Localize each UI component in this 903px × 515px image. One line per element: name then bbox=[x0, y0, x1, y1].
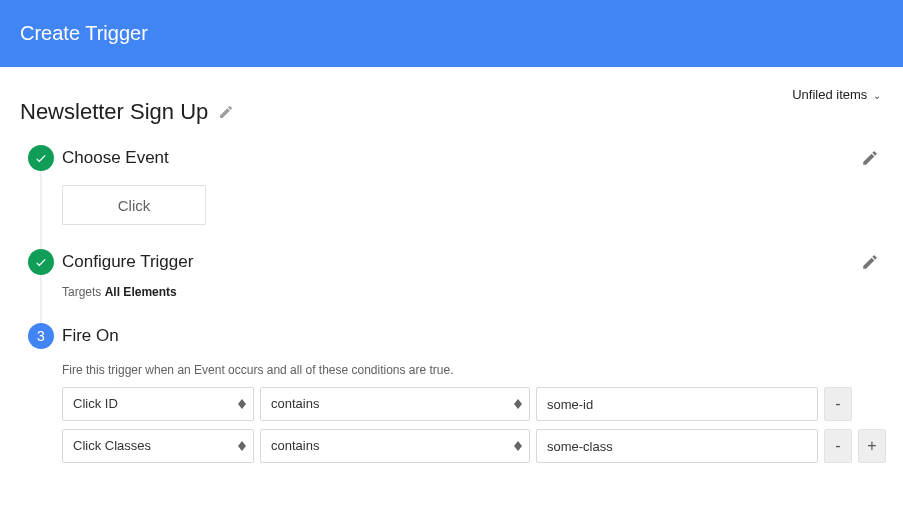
condition-row: Click Classes contains bbox=[62, 429, 886, 463]
step-badge-current: 3 bbox=[28, 323, 54, 349]
condition-variable-value: Click Classes bbox=[62, 429, 254, 463]
event-type-label: Click bbox=[118, 197, 151, 214]
step-choose-event: Choose Event Click bbox=[20, 145, 883, 249]
remove-condition-button[interactable]: - bbox=[824, 387, 852, 421]
step-badge-complete bbox=[28, 249, 54, 275]
content-area: Unfiled items ⌄ Newsletter Sign Up Choos… bbox=[0, 67, 903, 515]
targets-summary: Targets All Elements bbox=[62, 285, 883, 299]
chevron-down-icon: ⌄ bbox=[873, 90, 881, 101]
step-body: Choose Event Click bbox=[62, 145, 883, 249]
edit-step-icon[interactable] bbox=[861, 149, 879, 167]
fire-on-description: Fire this trigger when an Event occurs a… bbox=[62, 363, 886, 377]
header-title: Create Trigger bbox=[20, 22, 148, 44]
page-title-row: Newsletter Sign Up bbox=[20, 99, 883, 125]
step-badge-complete bbox=[28, 145, 54, 171]
condition-variable-select[interactable]: Click Classes bbox=[62, 429, 254, 463]
step-head: Choose Event bbox=[62, 145, 883, 171]
condition-operator-select[interactable]: contains bbox=[260, 429, 530, 463]
step-rail bbox=[20, 145, 62, 249]
step-title: Fire On bbox=[62, 326, 119, 346]
step-rail bbox=[20, 249, 62, 323]
condition-variable-value: Click ID bbox=[62, 387, 254, 421]
condition-operator-value: contains bbox=[260, 429, 530, 463]
check-icon bbox=[34, 255, 48, 269]
step-title: Choose Event bbox=[62, 148, 169, 168]
condition-operator-value: contains bbox=[260, 387, 530, 421]
edit-step-icon[interactable] bbox=[861, 253, 879, 271]
condition-value-input[interactable] bbox=[536, 429, 818, 463]
page-title: Newsletter Sign Up bbox=[20, 99, 208, 125]
step-number: 3 bbox=[37, 328, 45, 344]
steps: Choose Event Click Configure Trigger bbox=[20, 145, 883, 495]
targets-prefix: Targets bbox=[62, 285, 101, 299]
event-type-selector[interactable]: Click bbox=[62, 185, 206, 225]
condition-variable-select[interactable]: Click ID bbox=[62, 387, 254, 421]
app-header: Create Trigger bbox=[0, 0, 903, 67]
targets-value: All Elements bbox=[105, 285, 177, 299]
step-fire-on: 3 Fire On Fire this trigger when an Even… bbox=[20, 323, 883, 495]
condition-row: Click ID contains - bbox=[62, 387, 886, 421]
add-condition-button[interactable]: + bbox=[858, 429, 886, 463]
condition-operator-select[interactable]: contains bbox=[260, 387, 530, 421]
check-icon bbox=[34, 151, 48, 165]
step-rail: 3 bbox=[20, 323, 62, 495]
folder-filter[interactable]: Unfiled items ⌄ bbox=[792, 87, 881, 102]
step-configure-trigger: Configure Trigger Targets All Elements bbox=[20, 249, 883, 323]
step-title: Configure Trigger bbox=[62, 252, 193, 272]
folder-filter-label: Unfiled items bbox=[792, 87, 867, 102]
step-head: Configure Trigger bbox=[62, 249, 883, 275]
step-head: Fire On bbox=[62, 323, 886, 349]
edit-title-icon[interactable] bbox=[218, 104, 234, 120]
step-body: Fire On Fire this trigger when an Event … bbox=[62, 323, 886, 495]
step-body: Configure Trigger Targets All Elements bbox=[62, 249, 883, 323]
condition-value-input[interactable] bbox=[536, 387, 818, 421]
remove-condition-button[interactable]: - bbox=[824, 429, 852, 463]
